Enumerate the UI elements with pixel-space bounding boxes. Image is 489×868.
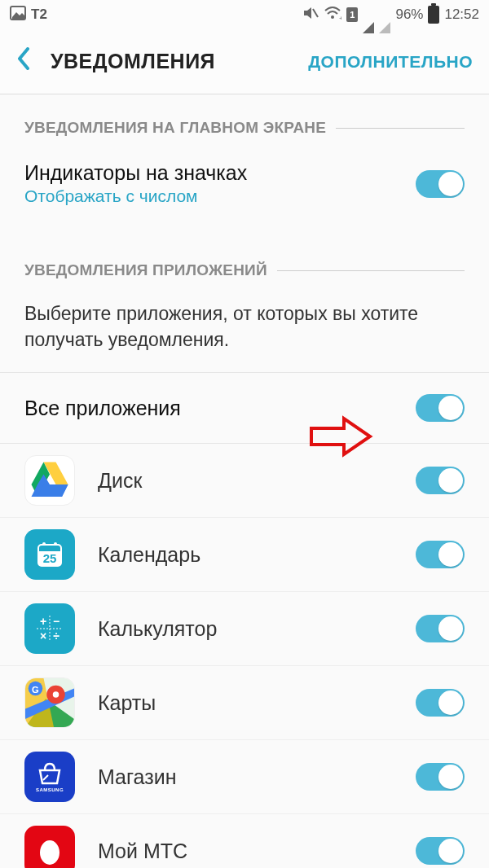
svg-text:G: G [32, 685, 39, 695]
section-header-app-notifs: УВЕДОМЛЕНИЯ ПРИЛОЖЕНИЙ [0, 224, 489, 286]
svg-point-8 [54, 542, 57, 546]
svg-point-18 [53, 692, 59, 699]
toggle-badge-indicators[interactable] [416, 170, 465, 198]
app-row-calendar[interactable]: 25 Календарь [0, 518, 489, 592]
maps-icon: G [24, 677, 75, 728]
carrier-text: T2 [31, 7, 47, 23]
svg-point-7 [42, 542, 46, 546]
picture-icon [10, 6, 26, 24]
app-name: Диск [98, 469, 416, 493]
toggle-app-calendar[interactable] [416, 541, 465, 568]
app-row-store[interactable]: SAMSUNG Магазин [0, 740, 489, 814]
toggle-all-apps[interactable] [416, 394, 465, 422]
toggle-app-drive[interactable] [416, 467, 465, 494]
row-subtitle: Отображать с числом [24, 186, 416, 206]
app-row-drive[interactable]: Диск [0, 444, 489, 518]
clock-time: 12:52 [444, 7, 479, 23]
app-header: УВЕДОМЛЕНИЯ ДОПОЛНИТЕЛЬНО [0, 29, 489, 94]
app-name: Карты [98, 691, 416, 715]
app-name: Мой МТС [98, 840, 416, 863]
svg-text:×: × [40, 629, 46, 642]
drive-icon [24, 455, 75, 506]
sim1-icon: 1 [346, 7, 358, 22]
store-icon: SAMSUNG [24, 752, 75, 802]
toggle-app-mts[interactable] [416, 837, 465, 865]
app-row-mts[interactable]: Мой МТС [0, 814, 489, 868]
toggle-app-calculator[interactable] [416, 615, 465, 642]
svg-point-2 [331, 15, 334, 19]
header-action-more[interactable]: ДОПОЛНИТЕЛЬНО [308, 52, 473, 72]
svg-line-1 [313, 9, 318, 17]
row-badge-indicators[interactable]: Индикаторы на значках Отображать с число… [0, 143, 489, 224]
status-bar: T2 + 1 96% 12:52 [0, 0, 489, 29]
svg-text:+: + [339, 15, 341, 20]
mute-icon [302, 6, 319, 24]
signal2-icon [379, 7, 390, 23]
svg-rect-5 [38, 545, 61, 551]
app-name: Калькулятор [98, 617, 416, 641]
app-row-calculator[interactable]: +−×÷ Калькулятор [0, 592, 489, 666]
all-apps-label: Все приложения [24, 397, 416, 420]
calculator-icon: +−×÷ [24, 603, 75, 654]
mts-icon [24, 826, 75, 868]
back-icon[interactable] [16, 46, 31, 77]
toggle-app-maps[interactable] [416, 689, 465, 717]
calendar-icon: 25 [24, 529, 75, 580]
svg-text:−: − [53, 615, 59, 628]
row-all-apps[interactable]: Все приложения [0, 372, 489, 444]
app-name: Магазин [98, 765, 416, 789]
toggle-app-store[interactable] [416, 763, 465, 791]
section-description: Выберите приложения, от которых вы хотит… [0, 286, 489, 372]
svg-text:25: 25 [43, 551, 57, 565]
battery-percent: 96% [395, 7, 423, 23]
battery-icon [428, 6, 439, 24]
section-header-homescreen: УВЕДОМЛЕНИЯ НА ГЛАВНОМ ЭКРАНЕ [0, 94, 489, 143]
svg-text:SAMSUNG: SAMSUNG [36, 787, 64, 792]
wifi-icon: + [324, 6, 341, 24]
row-title: Индикаторы на значках [24, 161, 416, 185]
page-title: УВЕДОМЛЕНИЯ [51, 50, 308, 73]
app-row-maps[interactable]: G Карты [0, 666, 489, 740]
app-name: Календарь [98, 543, 416, 567]
svg-point-22 [40, 840, 59, 865]
svg-text:÷: ÷ [53, 629, 59, 642]
svg-text:+: + [40, 615, 46, 628]
signal1-icon [363, 7, 374, 23]
